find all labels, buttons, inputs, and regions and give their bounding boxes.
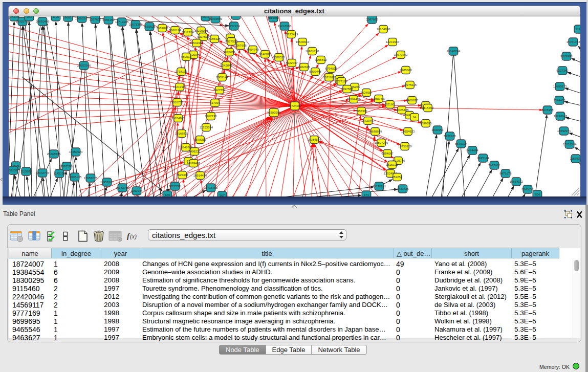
svg-text:16961758: 16961758 [306, 50, 319, 53]
svg-text:11353594: 11353594 [200, 126, 213, 129]
svg-text:8663: 8663 [64, 16, 72, 19]
svg-text:9227342: 9227342 [556, 69, 569, 72]
svg-text:12942737: 12942737 [36, 171, 50, 174]
svg-text:2803144: 2803144 [216, 76, 228, 79]
svg-text:7625402: 7625402 [176, 173, 188, 177]
svg-text:8322037: 8322037 [286, 61, 298, 64]
svg-text:1640954: 1640954 [431, 128, 444, 132]
svg-text:6497568: 6497568 [341, 87, 353, 91]
svg-text:6466160: 6466160 [102, 18, 115, 21]
svg-text:967: 967 [220, 194, 225, 196]
svg-text:18300295: 18300295 [267, 111, 281, 114]
svg-text:17359924: 17359924 [69, 150, 83, 154]
svg-text:19384554: 19384554 [308, 138, 321, 141]
svg-text:19654985: 19654985 [171, 117, 185, 120]
svg-text:1244415: 1244415 [553, 99, 565, 102]
svg-text:1112: 1112 [576, 28, 580, 31]
svg-text:3675685: 3675685 [223, 51, 235, 54]
svg-text:12213383: 12213383 [173, 85, 187, 89]
svg-text:17957275: 17957275 [84, 177, 98, 180]
svg-text:203: 203 [27, 16, 32, 18]
svg-text:18316: 18316 [10, 16, 19, 18]
svg-text:9857791: 9857791 [169, 185, 181, 188]
svg-text:7663822: 7663822 [156, 27, 168, 30]
svg-text:16648784: 16648784 [447, 50, 461, 53]
svg-text:8938928: 8938928 [444, 135, 456, 138]
svg-text:10719185: 10719185 [115, 20, 129, 24]
svg-text:10958107: 10958107 [100, 181, 114, 184]
svg-text:(x): (x) [130, 233, 137, 240]
svg-text:7485063: 7485063 [400, 69, 412, 72]
svg-text:10807487: 10807487 [372, 97, 386, 100]
svg-text:1362635: 1362635 [298, 65, 310, 69]
svg-text:5679197: 5679197 [455, 142, 467, 145]
svg-text:8660124: 8660124 [169, 29, 181, 32]
svg-text:10655267: 10655267 [75, 17, 89, 20]
svg-text:12213967: 12213967 [386, 40, 400, 43]
svg-text:20364436: 20364436 [347, 98, 361, 101]
svg-text:12093873: 12093873 [553, 85, 567, 88]
svg-text:924: 924 [535, 193, 540, 196]
svg-text:252254: 252254 [392, 176, 403, 179]
svg-text:18724007: 18724007 [288, 104, 302, 107]
svg-text:19218506: 19218506 [278, 25, 292, 28]
svg-text:7632621: 7632621 [488, 164, 500, 167]
svg-text:64: 64 [413, 116, 417, 119]
svg-text:7955812: 7955812 [315, 58, 327, 61]
svg-text:13226058: 13226058 [194, 29, 208, 32]
svg-text:6794028: 6794028 [325, 67, 337, 70]
svg-text:16210643: 16210643 [554, 115, 568, 118]
svg-text:9397586: 9397586 [60, 165, 73, 168]
svg-text:20206535: 20206535 [47, 152, 61, 156]
svg-text:7986372: 7986372 [355, 110, 367, 113]
svg-text:16914479: 16914479 [193, 174, 207, 177]
svg-text:129: 129 [165, 193, 170, 196]
svg-text:9884067: 9884067 [381, 152, 394, 155]
svg-text:15716485: 15716485 [204, 186, 218, 189]
svg-text:1588520: 1588520 [273, 56, 285, 59]
svg-text:9474444: 9474444 [466, 149, 478, 152]
svg-text:19654923: 19654923 [401, 130, 415, 133]
svg-text:2087682: 2087682 [366, 18, 378, 21]
svg-text:8427552: 8427552 [213, 89, 226, 92]
svg-text:9777169: 9777169 [335, 80, 347, 83]
svg-text:15720407: 15720407 [361, 119, 375, 122]
svg-text:20691406: 20691406 [36, 20, 50, 23]
svg-text:16782759: 16782759 [116, 186, 129, 189]
svg-text:3267130: 3267130 [205, 115, 217, 118]
svg-text:13325419: 13325419 [285, 33, 298, 36]
svg-text:1733426: 1733426 [397, 187, 409, 190]
svg-text:1621022: 1621022 [323, 76, 335, 79]
svg-text:19756928: 19756928 [398, 145, 412, 148]
svg-text:8990448: 8990448 [309, 70, 321, 73]
svg-text:8186328: 8186328 [208, 37, 221, 40]
svg-text:1292344: 1292344 [130, 189, 143, 192]
svg-text:12905135: 12905135 [68, 176, 82, 179]
svg-text:18807249: 18807249 [375, 141, 388, 144]
svg-text:9115460: 9115460 [422, 106, 434, 110]
svg-text:1145194: 1145194 [54, 172, 66, 175]
svg-text:5678352: 5678352 [194, 138, 206, 141]
svg-text:20053346: 20053346 [77, 64, 91, 67]
svg-text:417004: 417004 [210, 101, 221, 104]
svg-text:1196: 1196 [53, 16, 60, 18]
svg-text:17016504: 17016504 [563, 143, 577, 146]
svg-text:9242848: 9242848 [220, 64, 232, 67]
svg-text:3624554: 3624554 [360, 91, 373, 94]
svg-text:7515526: 7515526 [143, 25, 156, 28]
svg-text:1167533: 1167533 [570, 157, 580, 160]
svg-text:9327508: 9327508 [225, 40, 237, 43]
svg-text:10654112: 10654112 [510, 180, 524, 183]
svg-text:86: 86 [234, 16, 238, 17]
svg-text:62160: 62160 [386, 103, 395, 106]
svg-text:14099489: 14099489 [187, 162, 201, 165]
svg-text:8912954: 8912954 [182, 31, 194, 34]
svg-text:8813054: 8813054 [267, 16, 279, 19]
svg-text:16640910: 16640910 [296, 40, 310, 43]
svg-text:16543382: 16543382 [190, 41, 204, 45]
svg-text:16671385: 16671385 [129, 23, 143, 26]
svg-text:9245652: 9245652 [521, 188, 534, 191]
svg-text:2718176: 2718176 [175, 70, 187, 73]
svg-text:9329966: 9329966 [560, 55, 573, 58]
svg-text:19166825: 19166825 [175, 132, 189, 135]
